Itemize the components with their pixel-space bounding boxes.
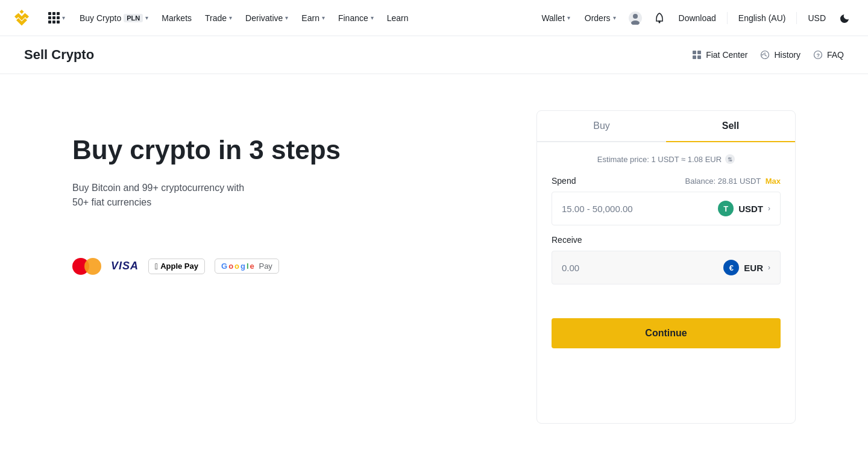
apple-pay-logo:  Apple Pay: [148, 259, 205, 274]
grid-menu-button[interactable]: ▾: [43, 10, 70, 26]
trade-chevron-icon: ▾: [229, 14, 232, 21]
apple-icon: : [155, 262, 158, 271]
finance-chevron-icon: ▾: [371, 14, 374, 21]
svg-rect-13: [693, 55, 696, 59]
buy-crypto-chevron-icon: ▾: [145, 14, 148, 21]
nav-learn[interactable]: Learn: [381, 10, 415, 27]
receive-label-row: Receive: [552, 235, 781, 245]
svg-rect-12: [697, 51, 701, 54]
spend-label: Spend: [552, 176, 576, 186]
tab-buy[interactable]: Buy: [537, 111, 666, 142]
max-button[interactable]: Max: [766, 177, 781, 186]
nav-orders[interactable]: Orders ▾: [579, 10, 622, 27]
tab-sell[interactable]: Sell: [666, 111, 795, 142]
sub-header: Sell Crypto Fiat Center: [0, 36, 868, 74]
main-content: Buy crypto in 3 steps Buy Bitcoin and 99…: [0, 74, 868, 458]
derivative-chevron-icon: ▾: [285, 14, 288, 21]
profile-button[interactable]: [624, 7, 646, 29]
visa-logo: VISA: [111, 260, 139, 272]
svg-rect-14: [697, 55, 701, 59]
grid-icon: [48, 12, 60, 24]
receive-currency-name: EUR: [744, 263, 763, 273]
svg-rect-11: [693, 51, 696, 54]
nav-buy-crypto[interactable]: Buy Crypto PLN ▾: [74, 10, 154, 27]
fiat-center-icon: [691, 49, 702, 60]
nav-language[interactable]: English (AU): [732, 10, 792, 27]
estimate-info-icon[interactable]: ⇅: [725, 154, 735, 164]
receive-value: 0.00: [562, 263, 723, 273]
nav-wallet[interactable]: Wallet ▾: [535, 10, 576, 27]
google-pay-logo: Google Pay: [215, 259, 279, 274]
spend-currency-selector[interactable]: T USDT ›: [718, 201, 770, 216]
orders-chevron-icon: ▾: [613, 14, 616, 21]
navbar: ▾ Buy Crypto PLN ▾ Markets Trade ▾ Deriv…: [0, 0, 868, 36]
svg-point-10: [658, 21, 660, 23]
spend-label-row: Spend Balance: 28.81 USDT Max: [552, 176, 781, 186]
trade-widget: Buy Sell Estimate price: 1 USDT ≈ 1.08 E…: [536, 110, 796, 424]
sub-header-actions: Fiat Center History ? FAQ: [691, 49, 844, 60]
receive-input-row[interactable]: 0.00 € EUR ›: [552, 251, 781, 284]
grid-chevron-icon: ▾: [62, 14, 65, 21]
trade-tabs: Buy Sell: [537, 111, 795, 142]
receive-currency-selector[interactable]: € EUR ›: [723, 260, 770, 275]
receive-label: Receive: [552, 235, 582, 245]
nav-finance[interactable]: Finance ▾: [332, 10, 380, 27]
spend-currency-name: USDT: [738, 204, 763, 214]
hero-subtitle: Buy Bitcoin and 99+ cryptocurrency with5…: [72, 181, 512, 210]
nav-download[interactable]: Download: [673, 10, 722, 27]
apple-pay-text: Apple Pay: [160, 262, 198, 271]
binance-logo[interactable]: [12, 8, 31, 28]
payment-methods: VISA  Apple Pay Google Pay: [72, 258, 512, 275]
spend-balance: Balance: 28.81 USDT Max: [685, 177, 781, 186]
nav-divider-2: [796, 12, 797, 24]
svg-text:?: ?: [816, 52, 820, 58]
usdt-icon: T: [718, 201, 734, 216]
fiat-center-link[interactable]: Fiat Center: [691, 49, 747, 60]
mastercard-logo: [72, 258, 101, 275]
spend-value: 15.00 - 50,000.00: [562, 204, 718, 214]
estimate-price: Estimate price: 1 USDT ≈ 1.08 EUR ⇅: [552, 154, 781, 164]
nav-derivative[interactable]: Derivative ▾: [239, 10, 294, 27]
spend-field-section: Spend Balance: 28.81 USDT Max 15.00 - 50…: [552, 176, 781, 225]
nav-earn[interactable]: Earn ▾: [295, 10, 331, 27]
left-side: Buy crypto in 3 steps Buy Bitcoin and 99…: [72, 110, 512, 424]
notifications-button[interactable]: [649, 7, 670, 29]
trade-body: Estimate price: 1 USDT ≈ 1.08 EUR ⇅ Spen…: [537, 142, 795, 360]
spend-currency-chevron-icon: ›: [768, 204, 770, 213]
spend-input-row[interactable]: 15.00 - 50,000.00 T USDT ›: [552, 192, 781, 225]
hero-title: Buy crypto in 3 steps: [72, 134, 512, 166]
dark-mode-button[interactable]: [834, 7, 856, 29]
earn-chevron-icon: ▾: [322, 14, 325, 21]
receive-field-section: Receive 0.00 € EUR ›: [552, 235, 781, 284]
nav-divider: [727, 12, 728, 24]
nav-currency[interactable]: USD: [802, 10, 832, 27]
page-title: Sell Crypto: [24, 47, 691, 63]
history-icon: [760, 49, 770, 60]
receive-currency-chevron-icon: ›: [768, 263, 770, 272]
mc-orange-circle: [84, 258, 101, 275]
nav-right: Wallet ▾ Orders ▾ Download Englis: [535, 7, 856, 29]
visa-text: VISA: [111, 260, 139, 272]
nav-markets[interactable]: Markets: [156, 10, 198, 27]
svg-point-7: [633, 14, 638, 19]
eur-icon: €: [723, 260, 739, 275]
history-link[interactable]: History: [760, 49, 800, 60]
wallet-chevron-icon: ▾: [567, 14, 570, 21]
faq-link[interactable]: ? FAQ: [813, 49, 844, 60]
nav-left: ▾ Buy Crypto PLN ▾ Markets Trade ▾ Deriv…: [43, 10, 535, 27]
nav-trade[interactable]: Trade ▾: [199, 10, 238, 27]
continue-button[interactable]: Continue: [552, 318, 781, 348]
faq-icon: ?: [813, 49, 823, 60]
